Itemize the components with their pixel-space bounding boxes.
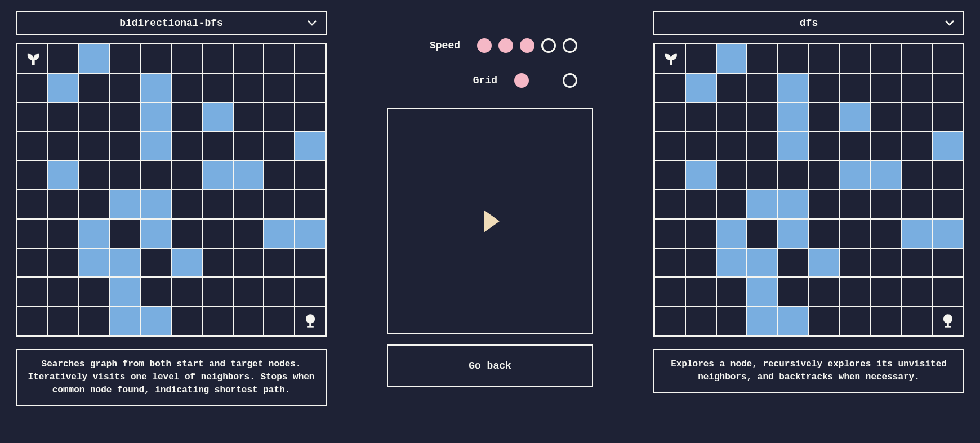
grid-cell[interactable]	[264, 131, 295, 160]
grid-cell[interactable]	[809, 306, 840, 335]
grid-cell[interactable]	[716, 306, 747, 335]
grid-cell[interactable]	[932, 219, 963, 248]
grid-cell[interactable]	[932, 73, 963, 102]
grid-cell[interactable]	[17, 219, 48, 248]
grid-cell[interactable]	[871, 219, 902, 248]
grid-cell[interactable]	[747, 73, 778, 102]
grid-cell[interactable]	[809, 102, 840, 132]
grid-cell[interactable]	[233, 102, 264, 132]
grid-cell[interactable]	[264, 306, 295, 335]
grid-cell[interactable]	[747, 102, 778, 132]
grid-cell[interactable]	[901, 131, 932, 160]
grid-cell[interactable]	[809, 160, 840, 190]
grid-cell[interactable]	[809, 248, 840, 278]
grid-cell[interactable]	[79, 73, 110, 102]
grid-cell[interactable]	[778, 131, 809, 160]
grid-cell[interactable]	[295, 44, 326, 73]
grid-cell[interactable]	[685, 160, 716, 190]
grid-cell[interactable]	[233, 160, 264, 190]
grid-cell[interactable]	[171, 73, 202, 102]
grid-cell[interactable]	[171, 190, 202, 219]
grid-cell[interactable]	[871, 44, 902, 73]
grid-cell[interactable]	[685, 219, 716, 248]
grid-cell[interactable]	[48, 277, 79, 306]
grid-cell[interactable]	[79, 219, 110, 248]
grid-cell[interactable]	[747, 306, 778, 335]
grid-cell[interactable]	[809, 190, 840, 219]
grid-cell[interactable]	[840, 248, 871, 278]
grid-cell[interactable]	[295, 131, 326, 160]
grid-cell[interactable]	[654, 248, 685, 278]
grid-cell[interactable]	[932, 131, 963, 160]
grid-cell[interactable]	[202, 306, 233, 335]
grid-cell[interactable]	[901, 219, 932, 248]
grid-cell[interactable]	[140, 160, 171, 190]
grid-cell[interactable]	[171, 277, 202, 306]
grid-cell[interactable]	[17, 248, 48, 278]
grid-cell[interactable]	[171, 44, 202, 73]
grid-cell[interactable]	[716, 190, 747, 219]
grid-cell[interactable]	[17, 102, 48, 132]
grid-cell[interactable]	[685, 131, 716, 160]
grid-cell[interactable]	[48, 306, 79, 335]
grid-cell[interactable]	[901, 160, 932, 190]
grid-right[interactable]	[653, 43, 964, 337]
grid-cell[interactable]	[932, 306, 963, 335]
grid-cell[interactable]	[264, 190, 295, 219]
grid-option-dot[interactable]	[514, 73, 529, 88]
grid-cell[interactable]	[747, 190, 778, 219]
grid-cell[interactable]	[871, 102, 902, 132]
grid-cell[interactable]	[233, 306, 264, 335]
grid-cell[interactable]	[109, 102, 140, 132]
grid-cell[interactable]	[202, 219, 233, 248]
grid-cell[interactable]	[264, 160, 295, 190]
grid-cell[interactable]	[264, 44, 295, 73]
grid-cell[interactable]	[871, 277, 902, 306]
grid-cell[interactable]	[747, 131, 778, 160]
grid-cell[interactable]	[901, 306, 932, 335]
grid-cell[interactable]	[140, 44, 171, 73]
grid-cell[interactable]	[48, 160, 79, 190]
grid-cell[interactable]	[778, 160, 809, 190]
grid-cell[interactable]	[264, 219, 295, 248]
grid-cell[interactable]	[932, 44, 963, 73]
grid-cell[interactable]	[202, 102, 233, 132]
grid-cell[interactable]	[716, 248, 747, 278]
go-back-button[interactable]: Go back	[387, 344, 593, 387]
grid-cell[interactable]	[202, 131, 233, 160]
grid-cell[interactable]	[685, 44, 716, 73]
grid-cell[interactable]	[716, 131, 747, 160]
grid-cell[interactable]	[17, 277, 48, 306]
grid-cell[interactable]	[109, 131, 140, 160]
grid-cell[interactable]	[140, 219, 171, 248]
grid-cell[interactable]	[109, 219, 140, 248]
grid-cell[interactable]	[654, 131, 685, 160]
grid-cell[interactable]	[171, 248, 202, 278]
grid-cell[interactable]	[17, 73, 48, 102]
grid-cell[interactable]	[932, 102, 963, 132]
grid-cell[interactable]	[48, 219, 79, 248]
grid-cell[interactable]	[109, 160, 140, 190]
grid-cell[interactable]	[871, 190, 902, 219]
grid-cell[interactable]	[233, 219, 264, 248]
speed-dot[interactable]	[498, 38, 513, 53]
grid-cell[interactable]	[48, 131, 79, 160]
grid-cell[interactable]	[932, 160, 963, 190]
grid-cell[interactable]	[901, 248, 932, 278]
grid-cell[interactable]	[264, 102, 295, 132]
speed-dot[interactable]	[477, 38, 492, 53]
grid-cell[interactable]	[871, 160, 902, 190]
grid-cell[interactable]	[140, 277, 171, 306]
grid-cell[interactable]	[140, 131, 171, 160]
grid-cell[interactable]	[295, 190, 326, 219]
grid-option-dot[interactable]	[563, 73, 577, 88]
grid-cell[interactable]	[295, 306, 326, 335]
grid-cell[interactable]	[871, 131, 902, 160]
grid-cell[interactable]	[233, 73, 264, 102]
algorithm-select-left[interactable]: bidirectional-bfs	[16, 11, 327, 35]
grid-cell[interactable]	[654, 306, 685, 335]
grid-cell[interactable]	[901, 190, 932, 219]
grid-cell[interactable]	[109, 44, 140, 73]
grid-cell[interactable]	[295, 102, 326, 132]
grid-cell[interactable]	[716, 277, 747, 306]
